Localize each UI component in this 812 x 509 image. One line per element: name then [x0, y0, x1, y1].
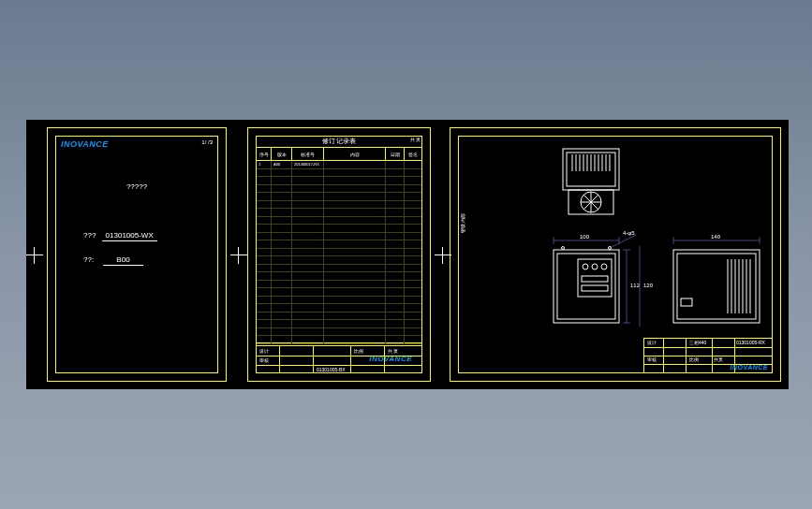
top-view [554, 143, 628, 218]
table-row [257, 177, 421, 185]
table-row [257, 313, 421, 321]
revision-table: 序号 版本 标准号 内容 日期 签名 1A00201400017-RX [256, 147, 422, 343]
svg-rect-19 [554, 250, 619, 323]
cover-page-num: 1/ /3 [201, 139, 213, 145]
tb-scale-label: 比例 [354, 348, 363, 354]
drawing-sheet: 密级 内部 [450, 127, 781, 382]
cover-field-1: ??? 01301005-WX [83, 231, 157, 240]
revision-page-marker: 共 页 [410, 137, 421, 142]
revision-title: 修订 记录表 [248, 137, 430, 146]
svg-rect-25 [582, 276, 608, 282]
cover-field-2-value: B00 [103, 255, 142, 266]
table-row [257, 209, 421, 217]
cad-canvas: INOVANCE 1/ /3 ????? ??? 01301005-WX ??:… [26, 120, 789, 389]
tb3-design: 设计 [647, 340, 657, 345]
dim-side-w: 140 [711, 234, 721, 240]
side-view: 140 [662, 231, 775, 343]
th-content: 内容 [324, 148, 386, 160]
svg-rect-46 [681, 298, 692, 306]
table-row [257, 217, 421, 225]
origin-marker-2 [230, 247, 247, 264]
table-row [257, 320, 421, 328]
dim-front-h1: 112 [630, 283, 641, 288]
tb3-sheet: 共页 [714, 356, 723, 362]
tb3-prod: 三相440 [689, 340, 706, 345]
cover-frame [55, 136, 218, 373]
table-row [257, 201, 421, 210]
table-row [257, 233, 421, 241]
cover-field-1-value: 01301005-WX [102, 231, 157, 241]
tb3-brand: INOVANCE [731, 364, 768, 371]
svg-rect-26 [582, 285, 608, 291]
table-row [257, 240, 421, 249]
svg-point-24 [601, 264, 607, 269]
table-row [257, 336, 421, 344]
table-row [257, 185, 421, 194]
svg-point-27 [562, 247, 565, 250]
tb-review-label: 审核 [259, 357, 269, 363]
table-row [257, 288, 421, 297]
dim-front-w: 100 [580, 234, 590, 240]
dim-front-h2: 120 [643, 283, 654, 288]
tb3-review: 审核 [647, 356, 657, 362]
svg-point-22 [583, 264, 588, 269]
front-view: 100 112 120 4-φ5 [525, 231, 657, 343]
svg-line-36 [610, 235, 636, 248]
cover-title: ????? [48, 182, 226, 191]
tb-docnum: 01301005-BX [317, 367, 346, 372]
table-row [257, 281, 421, 289]
cover-field-2-label: ??: [83, 255, 94, 264]
table-row [257, 193, 421, 201]
svg-point-23 [592, 264, 598, 269]
revision-titleblock: 设计 比例 共 页 审核 01301005-BX INOVANCE [256, 345, 422, 373]
revision-table-header: 序号 版本 标准号 内容 日期 签名 [257, 148, 421, 161]
table-row: 1A00201400017-RX [257, 161, 421, 169]
table-row [257, 169, 421, 178]
drawing-titleblock: 设计 三相440 01301005-RX 审核 比例 共页 INOVANCE [643, 338, 773, 373]
svg-rect-38 [677, 254, 756, 319]
brand-logo: INOVANCE [61, 139, 109, 149]
cover-field-2: ??: B00 [83, 255, 143, 264]
svg-rect-20 [557, 254, 615, 319]
cover-sheet: INOVANCE 1/ /3 ????? ??? 01301005-WX ??:… [47, 127, 227, 382]
th-std: 标准号 [292, 148, 324, 160]
tb3-docnum: 01301005-RX [736, 340, 765, 345]
table-row [257, 272, 421, 281]
table-row [257, 256, 421, 265]
revision-rows: 1A00201400017-RX [257, 161, 421, 342]
revision-sheet: 修订 记录表 共 页 序号 版本 标准号 内容 日期 签名 1A00201400… [247, 127, 431, 382]
confidential-label: 密级 内部 [460, 213, 465, 233]
tb-brand: INOVANCE [369, 355, 412, 363]
th-date: 日期 [386, 148, 405, 160]
table-row [257, 328, 421, 337]
cover-field-1-label: ??? [83, 231, 96, 240]
origin-marker-3 [435, 247, 451, 264]
origin-marker-1 [26, 247, 43, 264]
table-row [257, 297, 421, 305]
table-row [257, 265, 421, 273]
table-row [257, 225, 421, 233]
th-seq: 序号 [257, 148, 272, 160]
tb-design-label: 设计 [259, 348, 269, 354]
tb-pages: 共 页 [388, 348, 398, 354]
th-ver: 版本 [272, 148, 292, 160]
side-scale: 密级 内部 [460, 139, 471, 334]
table-row [257, 249, 421, 257]
tb3-scale: 比例 [689, 356, 699, 362]
table-row [257, 304, 421, 313]
th-sign: 签名 [405, 148, 421, 160]
hole-note: 4-φ5 [623, 231, 635, 236]
